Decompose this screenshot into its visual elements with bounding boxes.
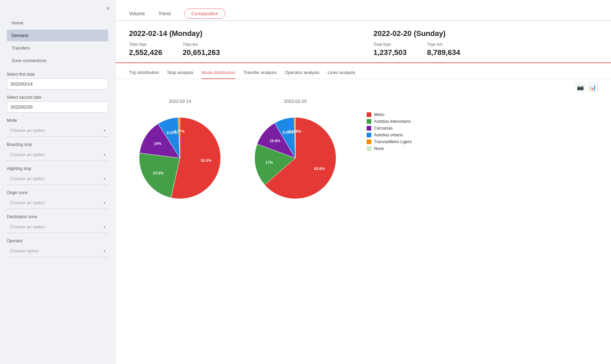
tab-volume[interactable]: Volume — [129, 7, 145, 21]
date1-km-label: Trips km — [183, 42, 220, 47]
first-date-input[interactable] — [7, 78, 108, 90]
sub-tab-trip-distribution[interactable]: Trip distribution — [129, 66, 159, 79]
operator-select[interactable]: Choose option — [7, 245, 108, 257]
destination-zone-wrapper: Choose an option▾ — [7, 221, 108, 233]
nav-menu: HomeDemandTransfersZone connections — [7, 17, 108, 66]
boarding-stop-wrapper: Choose an option▾ — [7, 149, 108, 161]
sidebar-item-zone-connections[interactable]: Zone connections — [7, 55, 108, 66]
legend-label: Metro — [374, 112, 385, 117]
dates-row: 2022-02-14 (Monday) Total trips 2,552,42… — [129, 29, 597, 57]
legend-label: Autobús interurbano — [374, 119, 411, 124]
sidebar-item-home[interactable]: Home — [7, 17, 108, 29]
legend-label: None — [374, 146, 384, 151]
pie-label: 63.6% — [314, 167, 325, 171]
origin-zone-wrapper: Choose an option▾ — [7, 197, 108, 209]
pie-label: 0.77% — [174, 129, 185, 133]
operator-label: Operator — [7, 238, 108, 243]
top-tabs: VolumeTrendComparative — [115, 0, 611, 21]
chart1-title: 2022-02-14 — [169, 99, 191, 104]
legend-item-none: None — [367, 146, 412, 151]
chart2-pie: 63.6%17%10.9%8.05%0.488% — [244, 107, 346, 210]
operator-wrapper: Choose option▾ — [7, 245, 108, 257]
chart-icon[interactable]: 📊 — [588, 82, 597, 92]
second-date-input[interactable] — [7, 101, 108, 113]
legend-color-autobús-interurbano — [367, 119, 371, 124]
charts-area: 2022-02-14 53.5%23.5%14%8.25%0.77% 2022-… — [115, 92, 611, 217]
date2-col: 2022-02-20 (Sunday) Total trips 1,237,50… — [353, 29, 597, 57]
sub-tab-transfer-analysis[interactable]: Transfer analysis — [243, 66, 277, 79]
alighting-stop-select[interactable]: Choose an option — [7, 173, 108, 185]
alighting-stop-label: Alighting stop — [7, 166, 108, 171]
sidebar-item-demand[interactable]: Demand — [7, 30, 108, 41]
date1-km-value: 20,651,263 — [183, 48, 220, 57]
sub-tabs-bar: Trip distributionStop analysisMode distr… — [115, 63, 611, 79]
chart1-pie: 53.5%23.5%14%8.25%0.77% — [129, 107, 231, 210]
date1-trips-value: 2,552,426 — [129, 48, 162, 57]
destination-zone-select[interactable]: Choose an option — [7, 221, 108, 233]
date2-trips-value: 1,237,503 — [373, 48, 407, 57]
date2-km-label: Trips km — [427, 42, 460, 47]
date2-km-value: 8,789,634 — [427, 48, 460, 57]
date1-heading: 2022-02-14 (Monday) — [129, 29, 353, 38]
legend-label: Tranvía/Metro Ligero — [374, 139, 412, 144]
main-content: VolumeTrendComparative 2022-02-14 (Monda… — [115, 0, 611, 364]
mode-select[interactable]: Choose an option — [7, 124, 108, 137]
legend-label: Cercanías — [374, 126, 393, 131]
sub-tab-stop-analysis[interactable]: Stop analysis — [167, 66, 193, 79]
chart2-title: 2022-02-20 — [284, 99, 307, 104]
mode-wrapper: Choose an option▾ — [7, 124, 108, 137]
legend-color-cercanías — [367, 126, 371, 131]
chart1-container: 2022-02-14 53.5%23.5%14%8.25%0.77% — [129, 99, 231, 210]
legend-color-none — [367, 146, 371, 151]
pie-label: 10.9% — [270, 139, 280, 143]
chart2-container: 2022-02-20 63.6%17%10.9%8.05%0.488% — [244, 99, 346, 210]
origin-zone-select[interactable]: Choose an option — [7, 197, 108, 209]
origin-zone-label: Origin zone — [7, 190, 108, 195]
legend-label: Autobús urbano — [374, 133, 403, 137]
stats-section: 2022-02-14 (Monday) Total trips 2,552,42… — [115, 21, 611, 63]
boarding-stop-label: Boarding stop — [7, 142, 108, 147]
close-button[interactable]: × — [107, 5, 110, 12]
sub-tab-mode-distribution[interactable]: Mode distribution — [202, 66, 235, 79]
camera-icon[interactable]: 📷 — [576, 82, 585, 92]
sidebar: × HomeDemandTransfersZone connections Se… — [0, 0, 115, 364]
legend-color-metro — [367, 112, 371, 117]
pie-label: 17% — [265, 160, 273, 165]
destination-zone-label: Destination zone — [7, 214, 108, 219]
legend-color-tranvía/metro-ligero — [367, 139, 371, 144]
pie-label: 0.488% — [289, 129, 301, 133]
pie-label: 23.5% — [153, 171, 164, 175]
pie-label: 14% — [154, 141, 161, 146]
chart-legend: MetroAutobús interurbanoCercaníasAutobús… — [367, 112, 412, 151]
chart-toolbar: 📷 📊 — [115, 79, 611, 92]
legend-item-tranvía/metro-ligero: Tranvía/Metro Ligero — [367, 139, 412, 144]
legend-item-autobús-interurbano: Autobús interurbano — [367, 119, 412, 124]
legend-item-metro: Metro — [367, 112, 412, 117]
first-date-label: Select first date — [7, 72, 108, 77]
alighting-stop-wrapper: Choose an option▾ — [7, 173, 108, 185]
sub-tab-operator-analysis[interactable]: Operator analysis — [285, 66, 319, 79]
sub-tab-lines-analysis[interactable]: Lines analysis — [328, 66, 355, 79]
legend-color-autobús-urbano — [367, 133, 371, 137]
mode-label: Mode — [7, 118, 108, 123]
tab-comparative[interactable]: Comparative — [184, 8, 225, 19]
sidebar-item-transfers[interactable]: Transfers — [7, 42, 108, 54]
second-date-label: Select second date — [7, 95, 108, 100]
boarding-stop-select[interactable]: Choose an option — [7, 149, 108, 161]
date2-trips-label: Total trips — [373, 42, 407, 47]
date1-trips-label: Total trips — [129, 42, 162, 47]
date2-heading: 2022-02-20 (Sunday) — [373, 29, 597, 38]
legend-item-autobús-urbano: Autobús urbano — [367, 133, 412, 137]
pie-label: 53.5% — [201, 158, 211, 162]
tab-trend[interactable]: Trend — [159, 7, 171, 21]
legend-item-cercanías: Cercanías — [367, 126, 412, 131]
date1-col: 2022-02-14 (Monday) Total trips 2,552,42… — [129, 29, 353, 57]
